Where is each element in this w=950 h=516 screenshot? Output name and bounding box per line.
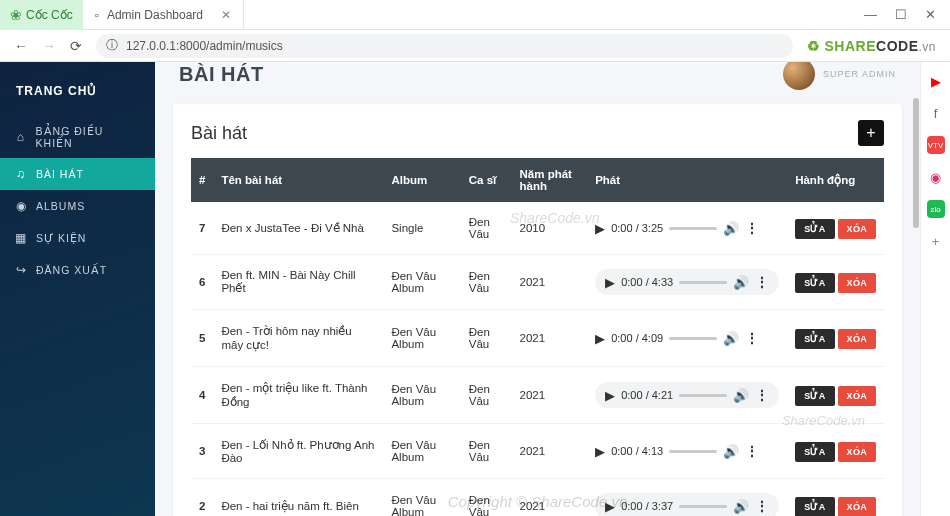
play-icon[interactable]: ▶ [605,499,615,514]
audio-player[interactable]: ▶ 0:00 / 3:37 🔊 ⋮ [595,493,779,516]
edit-button[interactable]: SỬA [795,219,834,239]
edit-button[interactable]: SỬA [795,442,834,462]
edit-button[interactable]: SỬA [795,386,834,406]
cell-idx: 4 [191,367,213,424]
cell-year: 2021 [512,479,588,517]
cell-play: ▶ 0:00 / 4:13 🔊 ⋮ [587,424,787,479]
cell-album: Single [383,202,460,255]
url-input[interactable]: ⓘ 127.0.0.1:8000/admin/musics [96,34,793,58]
cell-name: Đen - Trời hôm nay nhiều mây cực! [213,310,383,367]
volume-icon[interactable]: 🔊 [733,275,749,290]
user-chip[interactable]: SUPER ADMIN [783,62,896,90]
sidebar-icon: ⌂ [14,130,28,144]
sidebar-brand: TRANG CHỦ [0,74,155,116]
audio-player[interactable]: ▶ 0:00 / 4:09 🔊 ⋮ [595,330,779,346]
delete-button[interactable]: XÓA [838,442,876,462]
card-title: Bài hát [191,123,247,144]
audio-seek-bar[interactable] [679,505,727,508]
audio-more-icon[interactable]: ⋮ [755,387,769,403]
window-close-icon[interactable]: ✕ [925,7,936,22]
play-icon[interactable]: ▶ [605,275,615,290]
cell-singer: Đen Vâu [461,367,512,424]
cell-year: 2010 [512,202,588,255]
nav-reload-icon[interactable]: ⟳ [70,38,82,54]
leaf-icon: ❀ [10,7,22,23]
sidebar-icon: ↪ [14,263,28,277]
nav-back-icon[interactable]: ← [14,38,28,54]
page-header: BÀI HÁT SUPER ADMIN [155,62,920,88]
delete-button[interactable]: XÓA [838,273,876,293]
sidebar-icon: ♫ [14,167,28,181]
edit-button[interactable]: SỬA [795,497,834,516]
audio-seek-bar[interactable] [679,394,727,397]
add-song-button[interactable]: + [858,120,884,146]
nav-forward-icon[interactable]: → [42,38,56,54]
cell-album: Đen Vâu Album [383,367,460,424]
audio-player[interactable]: ▶ 0:00 / 4:33 🔊 ⋮ [595,269,779,295]
audio-player[interactable]: ▶ 0:00 / 4:21 🔊 ⋮ [595,382,779,408]
delete-button[interactable]: XÓA [838,219,876,239]
volume-icon[interactable]: 🔊 [733,499,749,514]
audio-seek-bar[interactable] [669,337,717,340]
sidebar-item-đăng-xuất[interactable]: ↪ĐĂNG XUẤT [0,254,155,286]
audio-seek-bar[interactable] [669,450,717,453]
play-icon[interactable]: ▶ [605,388,615,403]
ext-icon[interactable]: + [927,232,945,250]
delete-button[interactable]: XÓA [838,497,876,516]
volume-icon[interactable]: 🔊 [723,444,739,459]
window-minimize-icon[interactable]: — [864,7,877,22]
sidebar-item-sự-kiện[interactable]: ▦SỰ KIỆN [0,222,155,254]
edit-button[interactable]: SỬA [795,273,834,293]
cell-actions: SỬAXÓA [787,367,884,424]
extensions-strip: ▶ f VTV ◉ zlo + [920,62,950,516]
edit-button[interactable]: SỬA [795,329,834,349]
page-title: BÀI HÁT [179,63,264,86]
col-idx: # [191,158,213,202]
browser-tab[interactable]: ▫ Admin Dashboard ✕ [83,0,244,30]
sidebar-item-albums[interactable]: ◉ALBUMS [0,190,155,222]
cell-album: Đen Vâu Album [383,310,460,367]
cell-singer: Đen Vâu [461,310,512,367]
volume-icon[interactable]: 🔊 [723,221,739,236]
ext-icon[interactable]: VTV [927,136,945,154]
delete-button[interactable]: XÓA [838,329,876,349]
audio-more-icon[interactable]: ⋮ [755,274,769,290]
close-tab-icon[interactable]: ✕ [221,8,231,22]
play-icon[interactable]: ▶ [595,331,605,346]
cell-singer: Đen Vâu [461,255,512,310]
sidebar-item-bài-hát[interactable]: ♫BÀI HÁT [0,158,155,190]
audio-more-icon[interactable]: ⋮ [745,330,759,346]
volume-icon[interactable]: 🔊 [733,388,749,403]
cell-play: ▶ 0:00 / 4:21 🔊 ⋮ [587,367,787,424]
content-scrollbar[interactable] [912,62,920,516]
volume-icon[interactable]: 🔊 [723,331,739,346]
window-maximize-icon[interactable]: ☐ [895,7,907,22]
ext-icon[interactable]: zlo [927,200,945,218]
audio-seek-bar[interactable] [679,281,727,284]
cell-year: 2021 [512,424,588,479]
audio-seek-bar[interactable] [669,227,717,230]
audio-player[interactable]: ▶ 0:00 / 4:13 🔊 ⋮ [595,443,779,459]
ext-icon[interactable]: ◉ [927,168,945,186]
delete-button[interactable]: XÓA [838,386,876,406]
cell-play: ▶ 0:00 / 4:33 🔊 ⋮ [587,255,787,310]
audio-more-icon[interactable]: ⋮ [755,498,769,514]
cell-name: Đen x JustaTee - Đi Về Nhà [213,202,383,255]
cell-idx: 7 [191,202,213,255]
col-play: Phát [587,158,787,202]
audio-player[interactable]: ▶ 0:00 / 3:25 🔊 ⋮ [595,220,779,236]
address-bar: ← → ⟳ ⓘ 127.0.0.1:8000/admin/musics ♻ SH… [0,30,950,62]
audio-more-icon[interactable]: ⋮ [745,220,759,236]
audio-more-icon[interactable]: ⋮ [745,443,759,459]
ext-icon[interactable]: ▶ [927,72,945,90]
window-controls: — ☐ ✕ [850,7,950,22]
sidebar-item-bảng-điều-khiển[interactable]: ⌂BẢNG ĐIỀU KHIỂN [0,116,155,158]
sidebar-item-label: SỰ KIỆN [36,232,86,244]
cell-year: 2021 [512,255,588,310]
play-icon[interactable]: ▶ [595,221,605,236]
cell-play: ▶ 0:00 / 4:09 🔊 ⋮ [587,310,787,367]
cell-actions: SỬAXÓA [787,255,884,310]
play-icon[interactable]: ▶ [595,444,605,459]
ext-icon[interactable]: f [927,104,945,122]
tab-favicon: ▫ [95,8,99,22]
